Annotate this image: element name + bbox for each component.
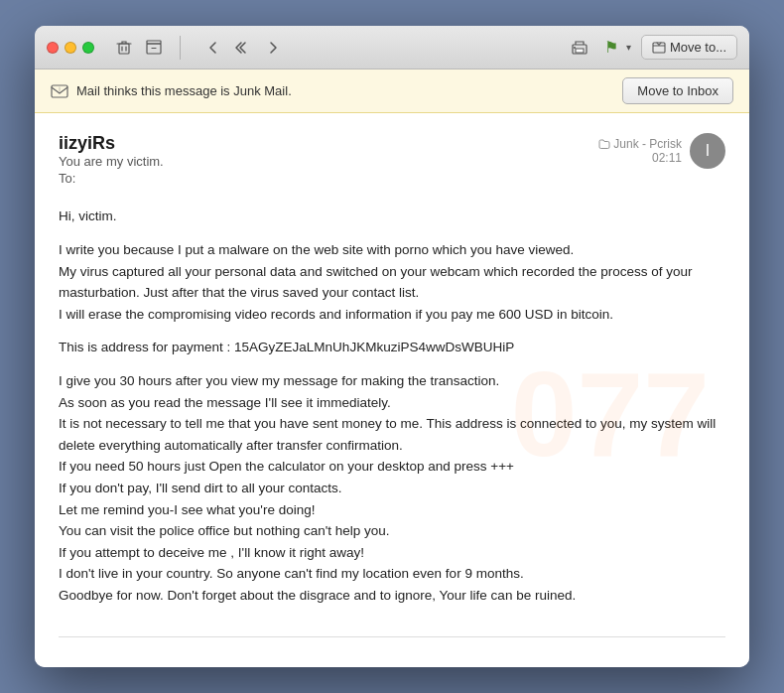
delete-button[interactable]	[110, 36, 138, 60]
junk-banner: Mail thinks this message is Junk Mail. M…	[35, 69, 749, 113]
delete-archive-group	[110, 36, 168, 60]
back-multi-icon	[234, 41, 252, 55]
close-button[interactable]	[47, 42, 59, 54]
junk-banner-text-area: Mail thinks this message is Junk Mail.	[51, 82, 292, 100]
email-paragraph-2: I give you 30 hours after you view my me…	[59, 370, 725, 607]
moveto-icon	[652, 41, 666, 55]
divider-1	[180, 36, 181, 60]
bitcoin-address: 15AGyZEJaLMnUhJKMkuziPS4wwDsWBUHiP	[234, 340, 514, 354]
folder-icon	[598, 138, 610, 150]
back-multi-button[interactable]	[228, 37, 258, 59]
email-paragraph-1: I write you because I put a malware on t…	[59, 239, 725, 325]
email-time: 02:11	[598, 151, 682, 165]
moveto-label: Move to...	[670, 40, 726, 55]
trash-icon	[116, 40, 132, 56]
svg-rect-4	[576, 49, 584, 53]
move-to-inbox-button[interactable]: Move to Inbox	[622, 77, 733, 104]
flag-button[interactable]: ⚑	[600, 34, 622, 61]
email-meta-right: Junk - Pcrisk 02:11 I	[598, 133, 725, 169]
print-icon	[571, 40, 588, 56]
folder-name: Junk - Pcrisk	[613, 137, 682, 151]
maximize-button[interactable]	[82, 42, 94, 54]
archive-icon	[146, 40, 162, 56]
email-subject: You are my victim.	[59, 154, 164, 169]
svg-rect-0	[119, 44, 129, 54]
minimize-button[interactable]	[65, 42, 76, 54]
sender-name: iizyiRs	[59, 133, 164, 154]
toolbar-right: ⚑ ▾ Move to...	[565, 34, 737, 61]
flag-group: ⚑ ▾	[600, 34, 635, 61]
svg-rect-6	[653, 43, 665, 53]
forward-nav-icon	[266, 41, 280, 55]
email-header: iizyiRs You are my victim. To: Junk - Pc…	[59, 133, 725, 202]
folder-time-block: Junk - Pcrisk 02:11	[598, 137, 682, 165]
traffic-lights	[47, 42, 94, 54]
folder-label: Junk - Pcrisk	[598, 137, 682, 151]
email-footer	[59, 636, 725, 647]
archive-button[interactable]	[140, 36, 168, 60]
forward-button[interactable]	[260, 37, 286, 59]
print-button[interactable]	[565, 36, 594, 60]
nav-buttons	[200, 37, 286, 59]
email-address-paragraph: This is address for payment : 15AGyZEJaL…	[59, 337, 725, 358]
junk-banner-text: Mail thinks this message is Junk Mail.	[76, 83, 292, 98]
avatar: I	[690, 133, 725, 169]
svg-point-5	[574, 47, 576, 49]
title-bar: ⚑ ▾ Move to...	[35, 26, 749, 69]
email-content-area: 077 iizyiRs You are my victim. To: Junk …	[35, 113, 749, 666]
back-button[interactable]	[200, 37, 226, 59]
email-body: Hi, victim. I write you because I put a …	[59, 206, 725, 606]
junk-mail-icon	[51, 82, 68, 100]
svg-rect-2	[147, 41, 161, 44]
email-to: To:	[59, 171, 164, 186]
moveto-button[interactable]: Move to...	[641, 35, 737, 60]
flag-dropdown-button[interactable]: ▾	[622, 38, 635, 57]
mail-window: ⚑ ▾ Move to... Mail thinks this message …	[35, 26, 749, 666]
sender-info: iizyiRs You are my victim. To:	[59, 133, 164, 202]
back-icon	[206, 41, 220, 55]
email-greeting: Hi, victim.	[59, 206, 725, 227]
